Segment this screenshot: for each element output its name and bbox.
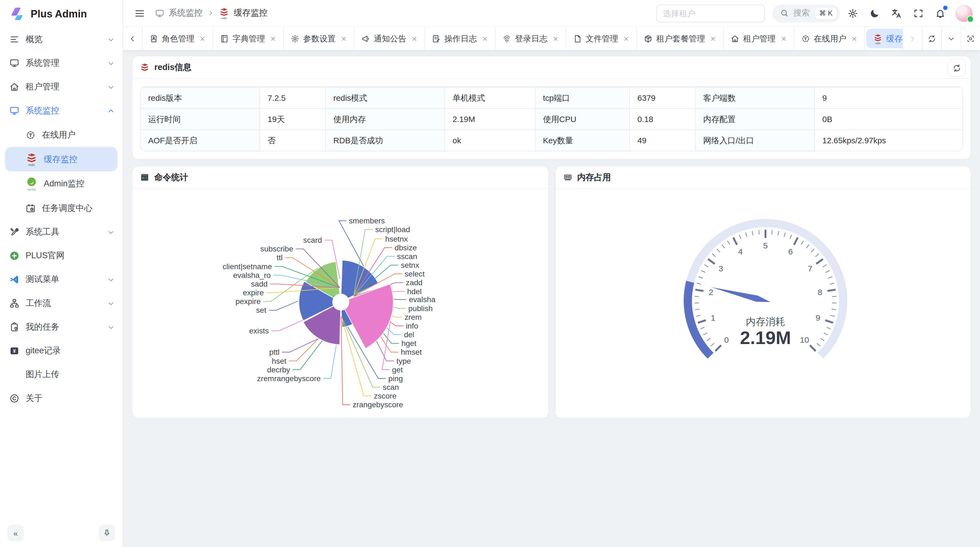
tab-cache-monitoring[interactable]: redis缓存监控 xyxy=(866,29,902,48)
language-button[interactable] xyxy=(888,4,906,22)
fullscreen-button[interactable] xyxy=(910,4,928,22)
tab-label: 租户套餐管理 xyxy=(656,33,705,44)
sidebar-item-label: 我的任务 xyxy=(25,321,59,333)
info-label-cell: RDB是否成功 xyxy=(326,130,445,151)
tab-tenant-management[interactable]: 租户管理 xyxy=(724,27,794,50)
sidebar-item-system-management[interactable]: 系统管理 xyxy=(0,51,123,75)
info-value-cell: 12.65kps/2.97kps xyxy=(815,130,963,151)
gauge-minor-tick xyxy=(790,235,791,239)
sidebar-item-my-tasks[interactable]: 我的任务 xyxy=(0,315,123,339)
chevron-right-icon xyxy=(207,9,215,17)
gauge-minor-tick xyxy=(778,231,778,235)
sidebar-collapse-button[interactable]: « xyxy=(8,525,24,541)
hamburger-icon xyxy=(134,8,145,19)
tab-operation-log[interactable]: 操作日志 xyxy=(425,27,495,50)
info-value-cell: 7.2.5 xyxy=(260,87,325,108)
pie-label: dbsize xyxy=(395,243,417,252)
redis-info-header: redis信息 xyxy=(132,56,971,79)
close-icon[interactable] xyxy=(482,35,488,41)
tab-menu-button[interactable] xyxy=(941,27,961,50)
redis-info-refresh-button[interactable] xyxy=(948,59,966,77)
close-icon[interactable] xyxy=(710,35,716,41)
sidebar-toggle-button[interactable] xyxy=(130,4,149,22)
gauge-center-label: 内存消耗 xyxy=(746,316,785,327)
info-label-cell: 网络入口/出口 xyxy=(695,130,815,151)
home-icon xyxy=(731,34,739,43)
tabs-scroll-left-button[interactable] xyxy=(123,27,142,50)
info-label-cell: 客户端数 xyxy=(695,87,815,108)
tab-tenant-package[interactable]: 租户套餐管理 xyxy=(637,27,724,50)
info-label-cell: 使用CPU xyxy=(535,108,630,130)
tools-icon xyxy=(9,227,19,237)
tabs-scroll-right-button[interactable] xyxy=(902,27,922,50)
sidebar-item-admin-monitoring[interactable]: springAdmin监控 xyxy=(0,171,123,196)
tab-dict-management[interactable]: 字典管理 xyxy=(213,27,284,50)
header-actions: 搜索 ⌘ K xyxy=(656,4,973,22)
close-icon[interactable] xyxy=(270,35,276,41)
tab-file-management[interactable]: 文件管理 xyxy=(566,27,637,50)
pie-label: setnx xyxy=(401,261,419,270)
tab-role-management[interactable]: 角色管理 xyxy=(142,27,213,50)
info-value-cell: 49 xyxy=(630,130,695,151)
tab-label: 在线用户 xyxy=(814,33,846,44)
pie-label: script|load xyxy=(375,225,410,234)
sidebar-item-system-tools[interactable]: 系统工具 xyxy=(0,220,123,244)
close-icon[interactable] xyxy=(340,35,347,41)
logo-row[interactable]: Plus Admin xyxy=(0,0,123,26)
pie-label: decrby xyxy=(267,365,290,374)
sidebar-pin-button[interactable] xyxy=(99,525,115,541)
close-icon[interactable] xyxy=(199,35,205,41)
command-stats-card: C:\ 命令统计 smembersscript|loadhsetnxdbsize… xyxy=(132,166,548,418)
calendar-icon xyxy=(25,203,36,213)
sidebar-item-system-monitoring[interactable]: 系统监控 xyxy=(0,99,123,123)
global-search-button[interactable]: 搜索 ⌘ K xyxy=(772,4,840,22)
sidebar-item-task-scheduling[interactable]: 任务调度中心 xyxy=(0,196,123,220)
pie-label: subscribe xyxy=(260,244,293,253)
sidebar-item-cache-monitoring[interactable]: redis缓存监控 xyxy=(5,147,117,172)
tab-param-settings[interactable]: 参数设置 xyxy=(284,27,354,50)
info-value-cell: 0.18 xyxy=(630,108,695,130)
sidebar-item-gitee-records[interactable]: ¥gitee记录 xyxy=(0,339,123,363)
tab-notice[interactable]: 通知公告 xyxy=(355,27,425,50)
info-label-cell: Key数量 xyxy=(535,130,630,151)
tab-bar: 角色管理字典管理参数设置通知公告操作日志登录日志文件管理租户套餐管理租户管理在线… xyxy=(123,26,980,50)
avatar[interactable] xyxy=(956,5,972,22)
sidebar-item-workflow[interactable]: 工作流 xyxy=(0,292,123,315)
pie-label: publish xyxy=(408,304,433,313)
sidebar-item-about[interactable]: 关于 xyxy=(0,386,123,410)
memory-usage-title: 内存占用 xyxy=(577,172,611,183)
content-maximize-button[interactable] xyxy=(961,27,980,50)
close-icon[interactable] xyxy=(623,35,629,41)
info-label-cell: 内存配置 xyxy=(695,108,815,130)
tab-refresh-button[interactable] xyxy=(922,27,941,50)
sidebar-item-overview[interactable]: 概览 xyxy=(0,27,123,51)
online-icon xyxy=(25,130,36,140)
breadcrumb-parent[interactable]: 系统监控 xyxy=(169,8,202,19)
close-icon[interactable] xyxy=(411,35,418,41)
redis-info-card: redis信息 redis版本7.2.5redis模式单机模式tcp端口6379… xyxy=(132,56,971,159)
search-shortcut-badge: ⌘ K xyxy=(815,7,837,19)
sidebar-item-image-upload[interactable]: 图片上传 xyxy=(0,363,123,386)
gauge-minor-tick xyxy=(826,271,829,273)
pie-label: ping xyxy=(388,374,402,383)
pie-label: pttl xyxy=(269,348,280,356)
tenant-select-input[interactable] xyxy=(656,4,765,22)
notifications-button[interactable] xyxy=(931,4,950,22)
svg-text:¥: ¥ xyxy=(13,348,16,354)
close-icon[interactable] xyxy=(781,35,787,41)
file-icon xyxy=(573,34,582,43)
close-icon[interactable] xyxy=(553,35,559,41)
gauge-tick-label: 9 xyxy=(815,313,820,322)
sidebar-item-tenant-management[interactable]: 租户管理 xyxy=(0,75,123,99)
sidebar-item-online-users[interactable]: 在线用户 xyxy=(0,123,123,147)
svg-text:redis: redis xyxy=(28,163,35,166)
dark-mode-button[interactable] xyxy=(865,4,884,22)
sidebar-item-plus-site[interactable]: PLUS官网 xyxy=(0,244,123,268)
chevron-down-icon xyxy=(107,276,115,284)
tab-login-log[interactable]: 登录日志 xyxy=(496,27,566,50)
close-icon[interactable] xyxy=(851,35,858,41)
settings-button[interactable] xyxy=(844,4,862,22)
sidebar-item-test-menu[interactable]: 测试菜单 xyxy=(0,268,123,292)
tab-online-users[interactable]: 在线用户 xyxy=(794,27,865,50)
svg-text:redis: redis xyxy=(221,17,227,19)
